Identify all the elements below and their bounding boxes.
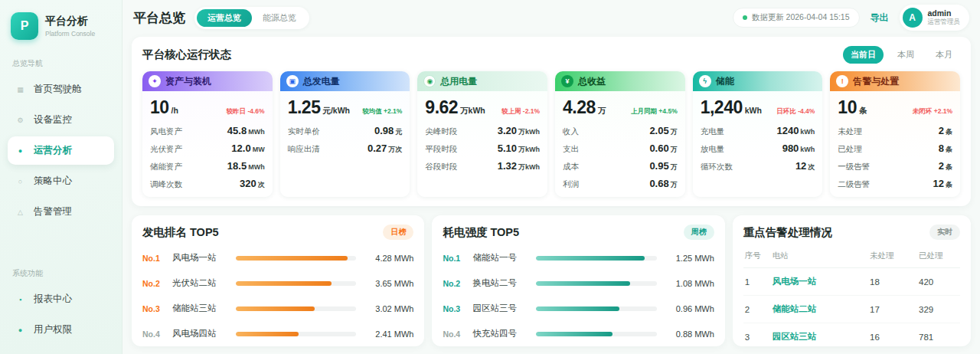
rank-bar-fill xyxy=(536,281,629,286)
kpi-row-label: 支出 xyxy=(563,144,579,155)
kpi-detail-row: 放电量980kWh xyxy=(701,143,815,155)
kpi-main-value: 10 xyxy=(150,97,169,118)
sidebar-item-device-monitor[interactable]: ⚙设备监控 xyxy=(8,106,114,134)
kpi-card-header: ▣总发电量 xyxy=(280,71,410,91)
sidebar-nav-overview: 总览导航▦首页驾驶舱⚙设备监控●运营分析○策略中心△告警管理 xyxy=(8,52,114,228)
kpi-card-body: 1,240kWh日环比 -4.4%充电量1240kWh放电量980kWh循环次数… xyxy=(693,91,823,179)
kpi-row-label: 循环次数 xyxy=(701,162,733,172)
kpi-row-unit: 万 xyxy=(671,127,678,137)
data-update-text: 数据更新 2026-04-04 15:15 xyxy=(752,12,850,23)
rank-bar-fill xyxy=(536,256,645,261)
sidebar-item-label: 报表中心 xyxy=(34,293,72,306)
kpi-row-unit: 条 xyxy=(946,127,952,137)
column-header: 未处理 xyxy=(870,251,919,261)
sidebar-item-operations-analysis[interactable]: ●运营分析 xyxy=(8,136,114,165)
avatar: A xyxy=(903,8,923,28)
rank-bar-track xyxy=(236,256,356,261)
weekly-rank-badge: 周榜 xyxy=(684,225,714,240)
kpi-main-value: 4.28 xyxy=(563,97,596,118)
tab-运营总览[interactable]: 运营总览 xyxy=(197,9,252,27)
operations-analysis-icon: ● xyxy=(15,147,25,155)
rank-bar-track xyxy=(236,332,356,336)
kpi-detail-row: 支出0.60万 xyxy=(563,143,678,155)
kpi-main-value: 9.62 xyxy=(425,97,458,118)
sidebar-item-alarm-management[interactable]: △告警管理 xyxy=(8,198,114,226)
kpi-detail-row: 一级告警2条 xyxy=(838,160,952,172)
kpi-row-value: 2 xyxy=(939,160,944,172)
rank-bar-fill xyxy=(536,332,612,336)
content: 平台核心运行状态 当前日本周本月 ✦资产与装机10/h较昨日 -4.6%风电资产… xyxy=(122,35,980,354)
sidebar-item-strategy-center[interactable]: ○策略中心 xyxy=(8,167,114,195)
handled-count: 329 xyxy=(919,305,959,314)
kpi-detail-row: 收入2.05万 xyxy=(563,125,678,137)
kpi-row-unit: kWh xyxy=(800,128,815,136)
rank-number: No.2 xyxy=(142,279,165,288)
kpi-card-row: ✦资产与装机10/h较昨日 -4.6%风电资产45.8MWh光伏资产12.0MW… xyxy=(142,71,960,197)
kpi-detail-row: 已处理8条 xyxy=(838,143,952,155)
sidebar-item-user-permission[interactable]: ●用户权限 xyxy=(8,316,114,344)
station-link[interactable]: 园区站三站 xyxy=(773,331,870,343)
alarm-panel-title: 重点告警处理情况 xyxy=(743,225,832,240)
sidebar-item-report-center[interactable]: ▪报表中心 xyxy=(8,285,114,313)
kpi-main-unit: 万 xyxy=(598,106,606,116)
consumption-icon: ◉ xyxy=(423,75,436,87)
alarm-table-header: 序号电站未处理已处理 xyxy=(743,246,960,268)
alarm-table: 序号电站未处理已处理 1风电场一站184202储能站二站173293园区站三站1… xyxy=(743,246,960,354)
station-link[interactable]: 储能站二站 xyxy=(773,303,870,315)
kpi-row-label: 实时单价 xyxy=(288,126,320,137)
kpi-row-label: 放电量 xyxy=(701,144,725,155)
kpi-card-title: 资产与装机 xyxy=(165,75,211,88)
rank-bar-fill xyxy=(236,256,348,261)
kpi-row-unit: 次 xyxy=(258,180,265,190)
kpi-main-value-row: 4.28万上月同期 +4.5% xyxy=(563,97,678,118)
platform-analytics-app: P 平台分析 Platform Console 总览导航▦首页驾驶舱⚙设备监控●… xyxy=(0,0,980,354)
export-button[interactable]: 导出 xyxy=(871,11,889,25)
time-tab-当前日[interactable]: 当前日 xyxy=(843,46,884,64)
table-row: 4光伏站四站15402 xyxy=(743,351,960,354)
column-header: 已处理 xyxy=(919,251,959,261)
kpi-row-value: 0.27 xyxy=(368,143,387,154)
kpi-detail-row: 谷段时段1.32万kWh xyxy=(425,160,540,172)
kpi-detail-row: 储能资产18.5MWh xyxy=(150,160,265,172)
kpi-row-value: 320 xyxy=(240,178,256,189)
kpi-row-unit: 万 xyxy=(671,180,678,190)
rank-bar-track xyxy=(536,332,656,336)
station-name: 储能站一号 xyxy=(472,252,529,264)
rank-number: No.4 xyxy=(142,329,165,339)
kpi-detail-row: 光伏资产12.0MW xyxy=(150,143,265,155)
kpi-card-告警与处置: !告警与处置10条未闭环 +2.1%未处理2条已处理8条一级告警2条二级告警12… xyxy=(830,71,960,197)
kpi-row-label: 谷段时段 xyxy=(425,162,457,172)
kpi-main-unit: 万kWh xyxy=(460,106,485,116)
sidebar-item-home-dashboard[interactable]: ▦首页驾驶舱 xyxy=(8,75,114,103)
rank-value: 0.88 MWh xyxy=(664,329,714,339)
alarm-handling-panel: 重点告警处理情况 实时 序号电站未处理已处理 1风电场一站184202储能站二站… xyxy=(733,215,971,346)
station-name: 园区站三号 xyxy=(472,303,529,314)
rank-bar-track xyxy=(536,281,656,286)
kpi-row-label: 风电资产 xyxy=(150,126,182,137)
kpi-row-label: 收入 xyxy=(563,126,579,137)
kpi-row-unit: 万kWh xyxy=(518,127,540,137)
table-row: 1风电场一站18420 xyxy=(743,268,960,296)
kpi-row-unit: 万 xyxy=(671,162,678,172)
kpi-trend-badge: 上月同期 +4.5% xyxy=(631,107,678,116)
kpi-main-value-row: 10条未闭环 +2.1% xyxy=(838,97,952,118)
rank-value: 1.25 MWh xyxy=(664,254,714,263)
rank-value: 1.08 MWh xyxy=(664,279,714,288)
kpi-row-value: 3.20 xyxy=(498,125,517,136)
time-tab-本月[interactable]: 本月 xyxy=(928,46,960,64)
core-status-title: 平台核心运行状态 xyxy=(142,48,231,62)
kpi-detail-rows: 尖峰时段3.20万kWh平段时段5.10万kWh谷段时段1.32万kWh xyxy=(425,125,540,172)
kpi-row-value: 2.05 xyxy=(649,125,668,136)
kpi-card-储能: ϟ储能1,240kWh日环比 -4.4%充电量1240kWh放电量980kWh循… xyxy=(693,71,823,197)
rank-number: No.3 xyxy=(443,304,466,313)
time-tab-本周[interactable]: 本周 xyxy=(890,46,922,64)
rank-bar-track xyxy=(236,306,356,311)
strategy-center-icon: ○ xyxy=(15,178,25,185)
kpi-main-unit: 元/kWh xyxy=(322,106,350,116)
tab-能源总览[interactable]: 能源总览 xyxy=(252,9,307,27)
user-menu[interactable]: A admin 运营管理员 xyxy=(900,5,970,31)
sidebar-item-label: 用户权限 xyxy=(34,323,72,336)
station-link[interactable]: 风电场一站 xyxy=(773,276,870,287)
kpi-detail-row: 风电资产45.8MWh xyxy=(150,125,265,137)
sidebar-nav-system: 系统功能▪报表中心●用户权限 xyxy=(8,262,114,346)
